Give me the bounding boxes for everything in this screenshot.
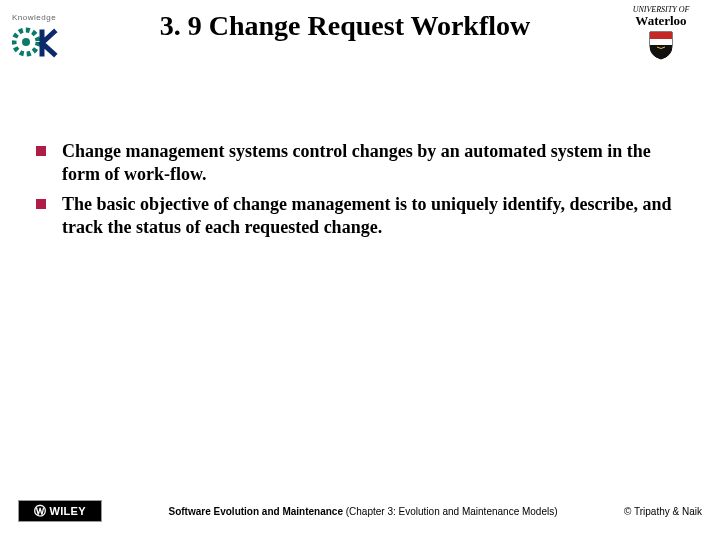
knowledge-label: Knowledge xyxy=(12,13,56,22)
svg-point-1 xyxy=(22,38,30,46)
slide-title: 3. 9 Change Request Workflow xyxy=(70,10,620,42)
knowledge-logo: Knowledge xyxy=(12,6,68,54)
square-bullet-icon xyxy=(36,146,46,156)
wiley-w-icon: Ⓦ xyxy=(34,503,46,520)
svg-rect-3 xyxy=(650,39,672,45)
shield-icon xyxy=(648,30,674,60)
waterloo-label: Waterloo xyxy=(616,14,706,28)
list-item: Change management systems control change… xyxy=(36,140,692,187)
list-item: The basic objective of change management… xyxy=(36,193,692,240)
slide-header: Knowledge UNIVERSITY OF Waterloo 3. 9 Ch… xyxy=(0,0,720,70)
svg-rect-2 xyxy=(650,32,672,39)
footer-copyright: © Tripathy & Naik xyxy=(624,506,702,517)
bullet-text: Change management systems control change… xyxy=(62,140,692,187)
square-bullet-icon xyxy=(36,199,46,209)
footer-chapter: (Chapter 3: Evolution and Maintenance Mo… xyxy=(343,506,558,517)
slide-content: Change management systems control change… xyxy=(0,70,720,240)
wiley-logo: Ⓦ WILEY xyxy=(18,500,102,522)
gear-k-icon xyxy=(12,24,62,60)
slide-footer: Ⓦ WILEY Software Evolution and Maintenan… xyxy=(0,500,720,522)
footer-center-text: Software Evolution and Maintenance (Chap… xyxy=(102,506,624,517)
bullet-text: The basic objective of change management… xyxy=(62,193,692,240)
university-logo: UNIVERSITY OF Waterloo xyxy=(616,6,706,60)
footer-title-bold: Software Evolution and Maintenance xyxy=(169,506,343,517)
wiley-text: WILEY xyxy=(49,505,85,517)
